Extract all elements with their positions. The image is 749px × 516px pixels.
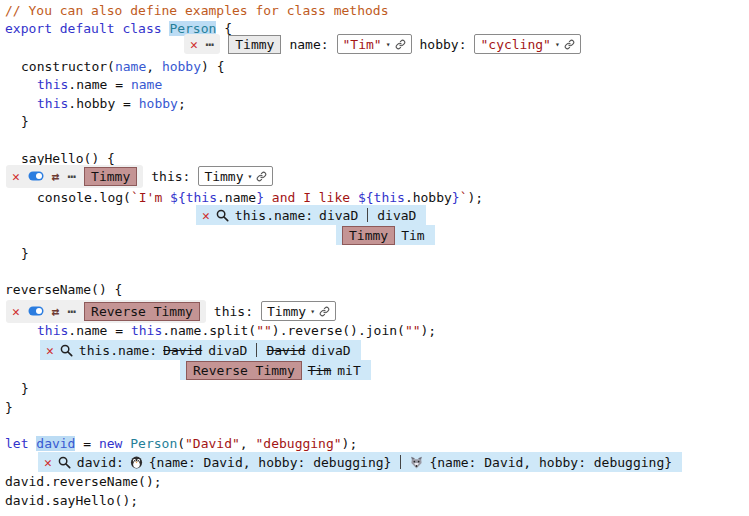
code-line-reversename[interactable]: reverseName() { <box>5 281 122 299</box>
toggle-icon[interactable] <box>28 306 44 316</box>
value-separator <box>256 343 257 357</box>
var-token: hobby <box>139 96 178 111</box>
keyword-token: this <box>186 190 217 205</box>
code-line-new-person[interactable]: let david = new Person("David", "debuggi… <box>5 435 357 453</box>
value-separator <box>400 455 401 469</box>
sayhello-example-value-widget: Timmy Tim <box>336 225 435 245</box>
example-name-chip[interactable]: Timmy <box>342 226 395 245</box>
keyword-token: new <box>99 436 130 451</box>
dropdown-value: "cycling" <box>480 37 550 52</box>
code-line-close-class[interactable]: } <box>5 399 13 417</box>
old-value: David <box>266 343 305 358</box>
punct-token: .name = <box>68 77 131 92</box>
dropdown-value: Timmy <box>267 304 306 319</box>
rerun-icon[interactable]: ⇄ <box>52 169 60 184</box>
value-label: this.name: <box>79 343 157 358</box>
code-line-assign-name[interactable]: this.name = name <box>37 76 162 94</box>
code-line-close-brace[interactable]: } <box>21 113 29 131</box>
example-name-chip[interactable]: Timmy <box>228 35 281 54</box>
chevron-down-icon: ▾ <box>310 307 315 316</box>
link-icon[interactable] <box>395 39 406 50</box>
punct-token: , <box>146 59 162 74</box>
punct-token: = <box>75 436 98 451</box>
string-token: and I like <box>264 190 358 205</box>
close-icon[interactable]: ✕ <box>202 208 210 223</box>
punct-token: ); <box>421 323 437 338</box>
sayhello-inline-value-widget: ✕ this.name: divaD divaD <box>196 205 426 225</box>
example-name-chip[interactable]: Reverse Timmy <box>84 302 200 321</box>
name-value-dropdown[interactable]: "Tim" ▾ <box>337 34 412 54</box>
toggle-icon[interactable] <box>28 171 44 181</box>
value-right: {name: David, hobby: debugging} <box>429 455 672 470</box>
string-token: "" <box>405 323 421 338</box>
value-separator <box>367 208 368 222</box>
close-icon[interactable]: ✕ <box>46 343 54 358</box>
punct-token: ).reverse().join( <box>272 323 405 338</box>
close-icon[interactable]: ✕ <box>12 169 20 184</box>
string-token: "debugging" <box>256 436 342 451</box>
punct-token: .hobby = <box>68 96 138 111</box>
rerun-icon[interactable]: ⇄ <box>52 304 60 319</box>
punct-token: ( <box>177 436 185 451</box>
this-label: this: <box>214 304 253 319</box>
keyword-token: this <box>37 77 68 92</box>
code-line-call-sayhello[interactable]: david.sayHello(); <box>5 492 138 510</box>
param-label-name: name: <box>289 37 328 52</box>
close-icon[interactable]: ✕ <box>44 455 52 470</box>
close-icon[interactable]: ✕ <box>12 304 20 319</box>
more-icon[interactable]: ⋯ <box>68 168 76 184</box>
param-token: name <box>115 59 146 74</box>
value-left: divaD <box>319 208 358 223</box>
reversename-example-widget: ✕ ⇄ ⋯ Reverse Timmy this: Timmy ▾ <box>6 300 336 322</box>
code-line-close-brace[interactable]: } <box>21 245 29 263</box>
hobby-value-dropdown[interactable]: "cycling" ▾ <box>474 34 580 54</box>
new-value: divaD <box>208 343 247 358</box>
wolf-icon <box>410 456 423 469</box>
var-token: name <box>131 77 162 92</box>
punct-token: .name.split( <box>162 323 256 338</box>
value-label: this.name: <box>235 208 313 223</box>
more-icon[interactable]: ⋯ <box>68 303 76 319</box>
code-line-assign-hobby[interactable]: this.hobby = hobby; <box>37 95 186 113</box>
fn-token: console.log( <box>37 190 131 205</box>
chevron-down-icon: ▾ <box>555 40 560 49</box>
delim-token: } <box>256 190 264 205</box>
link-icon[interactable] <box>564 39 575 50</box>
this-value-dropdown[interactable]: Timmy ▾ <box>261 301 336 321</box>
magnifier-icon[interactable] <box>216 209 229 222</box>
link-icon[interactable] <box>319 306 330 317</box>
penguin-icon <box>130 456 143 469</box>
close-icon[interactable]: ✕ <box>190 37 198 52</box>
value: Tim <box>401 228 424 243</box>
punct-token: .name = <box>68 323 131 338</box>
chevron-down-icon: ▾ <box>386 40 391 49</box>
code-line-close-brace[interactable]: } <box>21 380 29 398</box>
value-label: david: <box>77 455 124 470</box>
magnifier-icon[interactable] <box>60 344 73 357</box>
param-token: hobby <box>162 59 201 74</box>
new-value: miT <box>337 363 360 378</box>
value-right: divaD <box>377 208 416 223</box>
more-icon[interactable]: ⋯ <box>206 36 214 52</box>
code-line-comment[interactable]: // You can also define examples for clas… <box>5 2 389 20</box>
old-value: Tim <box>308 363 331 378</box>
reversename-inline-value-widget: ✕ this.name: David divaD David divaD <box>40 340 361 360</box>
delim-token: ${ <box>170 190 186 205</box>
example-name-chip[interactable]: Timmy <box>84 167 137 186</box>
class-example-widget: ✕ ⋯ Timmy name: "Tim" ▾ hobby: "cycling"… <box>184 33 581 55</box>
link-icon[interactable] <box>256 171 267 182</box>
punct-token: ); <box>468 190 484 205</box>
example-name-chip[interactable]: Reverse Timmy <box>186 361 302 380</box>
new-value: divaD <box>312 343 351 358</box>
code-line-reverse-assign[interactable]: this.name = this.name.split("").reverse(… <box>37 322 436 340</box>
this-label: this: <box>151 169 190 184</box>
code-line-call-reversename[interactable]: david.reverseName(); <box>5 473 162 491</box>
david-inline-value-widget: ✕ david: {name: David, hobby: debugging}… <box>38 452 682 472</box>
example-controls: ✕ ⋯ <box>184 34 220 54</box>
string-token: `I'm <box>131 190 170 205</box>
code-line-constructor[interactable]: constructor(name, hobby) { <box>21 58 225 76</box>
punct-token: , <box>240 436 256 451</box>
magnifier-icon[interactable] <box>58 456 71 469</box>
param-label-hobby: hobby: <box>420 37 467 52</box>
this-value-dropdown[interactable]: Timmy ▾ <box>198 166 273 186</box>
